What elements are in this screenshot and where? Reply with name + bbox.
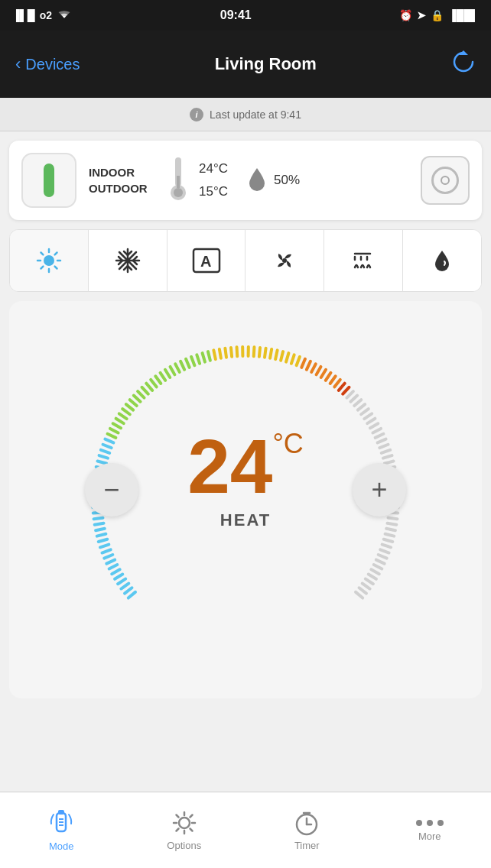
svg-line-126	[383, 455, 392, 458]
svg-line-107	[321, 370, 326, 377]
svg-line-108	[326, 373, 331, 381]
more-tab-label: More	[418, 831, 441, 842]
svg-line-40	[106, 560, 115, 564]
svg-line-86	[208, 351, 210, 361]
mode-heatwave[interactable]	[324, 230, 403, 291]
temperature-unit: °C	[272, 428, 303, 460]
refresh-button[interactable]	[451, 50, 476, 79]
update-banner: i Last update at 9:41	[0, 98, 491, 131]
svg-line-123	[378, 439, 386, 443]
tab-bar: Mode Options Timer	[0, 792, 491, 868]
svg-line-13	[41, 267, 43, 269]
svg-line-80	[175, 364, 180, 372]
mode-snow[interactable]	[89, 230, 167, 291]
svg-line-146	[374, 565, 382, 568]
svg-line-121	[372, 429, 381, 433]
humidity-value: 50%	[274, 173, 300, 188]
svg-line-96	[265, 348, 266, 358]
svg-line-63	[108, 434, 116, 438]
svg-line-99	[281, 351, 283, 361]
more-tab-icon	[416, 818, 444, 828]
svg-line-60	[101, 450, 109, 453]
svg-line-111	[339, 384, 345, 390]
svg-line-67	[119, 413, 127, 419]
svg-line-119	[367, 419, 375, 423]
svg-line-43	[100, 545, 109, 548]
decrease-temp-button[interactable]: −	[85, 463, 138, 517]
back-button[interactable]: ‹ Devices	[15, 54, 80, 74]
power-button[interactable]	[21, 153, 76, 208]
svg-line-72	[138, 391, 144, 398]
mode-auto[interactable]: A	[167, 230, 246, 291]
svg-line-113	[346, 391, 353, 398]
camera-dot	[441, 176, 450, 185]
svg-line-139	[386, 529, 395, 530]
svg-point-4	[174, 188, 183, 197]
thermometer-icon	[167, 154, 190, 203]
svg-line-165	[190, 815, 192, 818]
svg-line-116	[358, 404, 365, 410]
mode-tab-icon	[49, 808, 73, 837]
update-text: Last update at 9:41	[210, 108, 301, 121]
svg-line-100	[286, 353, 288, 362]
svg-line-149	[366, 579, 373, 585]
svg-line-87	[213, 350, 215, 359]
svg-line-94	[254, 347, 255, 356]
dry-icon	[428, 246, 457, 275]
lock-icon: 🔒	[431, 9, 444, 21]
status-time: 09:41	[220, 8, 252, 22]
mode-dry[interactable]	[403, 230, 481, 291]
svg-line-48	[94, 518, 103, 520]
svg-line-47	[95, 523, 104, 525]
svg-line-83	[191, 357, 194, 365]
svg-line-75	[151, 380, 156, 387]
svg-point-173	[437, 820, 444, 826]
svg-line-110	[334, 380, 340, 387]
droplet-icon	[246, 167, 268, 194]
svg-line-33	[128, 592, 135, 598]
svg-line-61	[103, 445, 112, 448]
svg-line-109	[330, 376, 336, 384]
svg-line-81	[180, 361, 184, 370]
svg-line-68	[122, 409, 130, 414]
svg-line-150	[363, 584, 370, 589]
mode-selector: A	[9, 229, 482, 292]
svg-line-82	[186, 359, 190, 368]
svg-line-163	[176, 815, 178, 818]
device-card: INDOOR OUTDOOR 24°C 15°C 50%	[9, 141, 482, 220]
tab-timer[interactable]: Timer	[246, 792, 369, 868]
increase-temp-button[interactable]: +	[353, 463, 406, 517]
svg-line-71	[134, 396, 141, 402]
tab-mode[interactable]: Mode	[0, 792, 123, 868]
dial-container: // Draw the dial programmatically const …	[62, 324, 429, 645]
svg-line-11	[55, 267, 57, 269]
svg-line-122	[376, 434, 384, 438]
info-icon: i	[190, 108, 203, 121]
tab-more[interactable]: More	[369, 792, 492, 868]
svg-line-84	[197, 355, 200, 363]
svg-line-97	[270, 349, 272, 358]
page-title: Living Room	[215, 54, 317, 74]
svg-line-144	[379, 555, 387, 559]
temperature-value: 24	[187, 428, 272, 504]
mode-sun[interactable]	[10, 230, 89, 291]
auto-icon: A	[191, 246, 222, 275]
back-label[interactable]: Devices	[25, 56, 80, 73]
status-left: ▐▌█ o2	[12, 9, 72, 22]
svg-line-105	[311, 364, 316, 372]
location-icon: ➤	[417, 9, 426, 21]
tab-options[interactable]: Options	[123, 792, 246, 868]
svg-line-103	[301, 359, 305, 368]
plus-icon: +	[371, 474, 387, 506]
svg-line-106	[317, 367, 321, 374]
svg-rect-154	[58, 810, 64, 815]
mode-fan[interactable]	[246, 230, 324, 291]
svg-line-12	[55, 253, 57, 255]
camera-button[interactable]	[421, 156, 470, 205]
svg-line-125	[382, 450, 390, 453]
svg-line-77	[161, 373, 166, 381]
snowflake-icon	[113, 246, 142, 275]
svg-line-142	[382, 545, 391, 548]
svg-line-76	[155, 376, 161, 384]
svg-line-36	[118, 579, 125, 585]
